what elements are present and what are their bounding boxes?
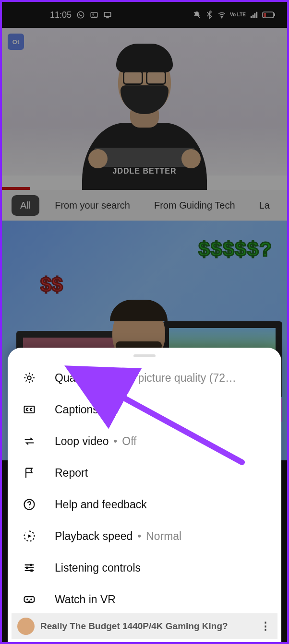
svg-rect-3	[104, 12, 111, 17]
wifi-icon	[217, 11, 226, 19]
bluetooth-icon	[205, 11, 214, 19]
option-label: Report	[55, 467, 88, 480]
shirt-text: JDDLE BETTER	[113, 167, 177, 176]
option-label: Captions	[55, 403, 98, 416]
chip-from-channel[interactable]: From Guiding Tech	[145, 195, 244, 216]
vr-icon	[22, 592, 36, 607]
option-loop[interactable]: Loop video • Off	[8, 425, 281, 457]
gear-icon	[22, 371, 36, 385]
sliders-icon	[22, 561, 36, 575]
chip-from-search[interactable]: From your search	[46, 195, 139, 216]
whatsapp-icon	[76, 11, 85, 19]
option-quality[interactable]: Quality • Higher picture quality (72…	[8, 362, 281, 394]
option-playback-speed[interactable]: Playback speed • Normal	[8, 520, 281, 552]
help-icon	[22, 497, 36, 512]
mute-icon	[193, 11, 201, 19]
option-report[interactable]: Report	[8, 457, 281, 489]
svg-rect-13	[30, 564, 32, 566]
option-label: Watch in VR	[55, 593, 116, 606]
dollar-small: $$	[40, 273, 63, 296]
network-label: Vo LTE	[230, 12, 246, 17]
svg-rect-4	[107, 17, 109, 18]
option-value: Off	[122, 435, 267, 448]
chip-all[interactable]: All	[12, 195, 39, 216]
svg-point-17	[26, 598, 28, 600]
option-label: Listening controls	[55, 562, 141, 574]
cast-icon	[103, 11, 112, 19]
option-label: Quality	[55, 372, 89, 385]
svg-rect-15	[30, 570, 33, 572]
option-value: Normal	[146, 530, 267, 543]
option-label: Playback speed	[55, 530, 132, 543]
option-label: Loop video	[55, 435, 109, 448]
filter-chips: All From your search From Guiding Tech L…	[2, 190, 287, 221]
chip-more[interactable]: La	[251, 195, 278, 216]
flag-icon	[22, 466, 36, 480]
svg-point-12	[29, 507, 30, 508]
option-help[interactable]: Help and feedback	[8, 489, 281, 520]
option-captions[interactable]: Captions	[8, 394, 281, 425]
signal-icon	[250, 11, 258, 19]
svg-point-0	[77, 12, 84, 18]
video-title: Really The Budget 1440P/4K Gaming King?	[40, 621, 228, 632]
option-listening-controls[interactable]: Listening controls	[8, 552, 281, 584]
player-options-sheet: Quality • Higher picture quality (72… Ca…	[8, 348, 281, 644]
option-watch-vr[interactable]: Watch in VR	[8, 584, 281, 615]
video-player[interactable]: Ot JDDLE BETTER	[2, 28, 287, 190]
status-bar: 11:05 Vo LTE	[2, 2, 287, 28]
battery-low-icon	[262, 12, 276, 18]
status-left: 11:05	[50, 10, 112, 20]
cc-icon	[22, 402, 36, 417]
channel-badge: Ot	[8, 34, 24, 50]
svg-rect-7	[274, 13, 275, 16]
channel-avatar[interactable]	[17, 618, 35, 635]
progress-bar[interactable]	[2, 187, 30, 190]
image-icon	[90, 11, 98, 19]
playback-speed-icon	[22, 529, 36, 543]
next-video-title-row[interactable]: Really The Budget 1440P/4K Gaming King? …	[12, 613, 277, 639]
svg-point-9	[27, 376, 31, 379]
svg-point-18	[30, 598, 32, 600]
dollar-text: $$$$$?	[199, 238, 273, 261]
option-value: Higher picture quality (72…	[102, 372, 267, 385]
svg-point-5	[221, 17, 222, 18]
svg-rect-8	[264, 13, 266, 17]
option-label: Help and feedback	[55, 498, 147, 511]
loop-icon	[22, 434, 36, 448]
svg-point-2	[93, 13, 94, 14]
svg-rect-14	[26, 567, 28, 569]
more-icon[interactable]: ⋮	[260, 620, 272, 632]
status-time: 11:05	[50, 10, 72, 20]
status-right: Vo LTE	[193, 11, 276, 19]
sheet-handle[interactable]	[133, 354, 156, 357]
